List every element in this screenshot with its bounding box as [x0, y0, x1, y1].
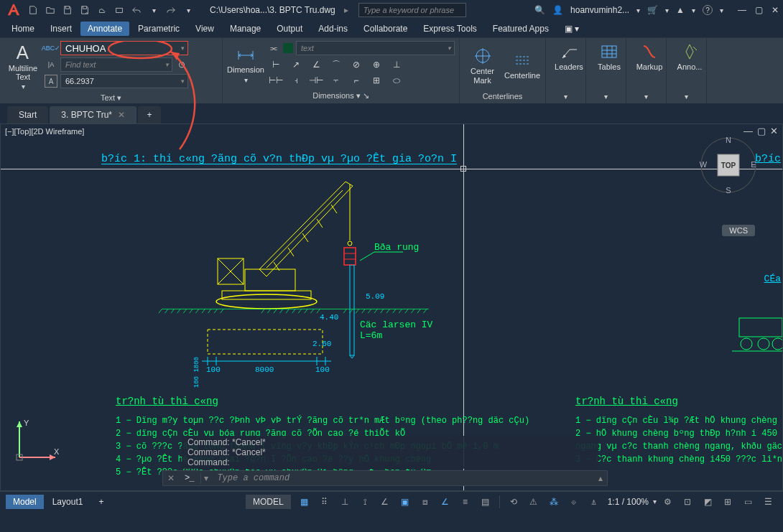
qat-saveas-icon[interactable]	[78, 3, 92, 17]
dim-diameter-icon[interactable]: ⊕	[368, 57, 385, 72]
text-style-dropdown[interactable]: CHUHOA	[60, 41, 188, 55]
qat-redo-dd[interactable]: ▾	[181, 3, 195, 17]
user-icon[interactable]: 👤	[552, 5, 563, 15]
polar-icon[interactable]: ⟟	[356, 494, 374, 510]
cleanscreen-icon[interactable]: ▭	[738, 494, 757, 510]
menu-output[interactable]: Output	[269, 22, 310, 36]
anno-scale-button[interactable]: Anno...	[671, 41, 708, 73]
dim-aligned-icon[interactable]: ↗	[287, 57, 305, 72]
viewcube[interactable]: N E S W TOP	[696, 133, 761, 200]
menu-manage[interactable]: Manage	[223, 22, 268, 36]
sc-cycle-icon[interactable]: ⟲	[504, 494, 523, 510]
customize-icon[interactable]: ☰	[759, 494, 777, 510]
anno-scale-icon[interactable]: ⍋	[585, 494, 603, 510]
dim-ordinate-icon[interactable]: ⊥	[388, 57, 405, 72]
dim-style-dropdown[interactable]: text	[296, 41, 455, 55]
3dosnap-icon[interactable]: ⧈	[416, 494, 435, 510]
menu-more-icon[interactable]: ▣ ▾	[557, 22, 586, 36]
workspace-icon[interactable]: ⚙	[658, 494, 677, 510]
status-tab-layout1[interactable]: Layout1	[45, 495, 91, 509]
qat-redo-icon[interactable]	[164, 3, 178, 17]
anno-auto-icon[interactable]: ⟐	[565, 494, 583, 510]
tables-button[interactable]: Tables	[590, 41, 628, 73]
dim-arc-icon[interactable]: ⌒	[328, 57, 345, 72]
snap-icon[interactable]: ⠿	[315, 494, 334, 510]
tab-start[interactable]: Start	[7, 106, 48, 123]
otrack-icon[interactable]: ∠	[436, 494, 455, 510]
viewport-label[interactable]: [−][Top][2D Wireframe]	[5, 127, 84, 136]
dim-linear-icon[interactable]: ⊢	[267, 57, 284, 72]
menu-express[interactable]: Express Tools	[416, 22, 483, 36]
dim-angular-icon[interactable]: ∠	[307, 57, 325, 72]
grid-icon[interactable]: ▦	[295, 494, 314, 510]
ortho-icon[interactable]: ⊥	[335, 494, 354, 510]
menu-annotate[interactable]: Annotate	[80, 22, 129, 36]
spellcheck-icon[interactable]: ABC✓	[45, 42, 57, 55]
height-icon[interactable]: A	[45, 75, 57, 88]
help-icon[interactable]: ?	[703, 5, 713, 15]
dim-continue-icon[interactable]: ⊢⊢	[267, 73, 284, 88]
status-tab-add-icon[interactable]: +	[91, 495, 111, 509]
vp-close-icon[interactable]: ✕	[770, 126, 778, 136]
find-go-icon[interactable]: ⊙	[175, 58, 188, 71]
centerline-button[interactable]: Centerline	[504, 41, 541, 90]
dim-style-icon[interactable]: ⫘	[267, 42, 280, 55]
markup-button[interactable]: Markup	[631, 41, 668, 73]
transparency-icon[interactable]: ▤	[476, 494, 495, 510]
tab-close-icon[interactable]: ✕	[118, 110, 125, 120]
panel-leaders-dd[interactable]: ▾	[550, 91, 581, 102]
app-icon[interactable]: ▲	[676, 5, 685, 15]
panel-dim-title[interactable]: Dimensions ▾ ↘	[227, 90, 455, 102]
command-input[interactable]: Type a command	[211, 473, 594, 483]
menu-home[interactable]: Home	[4, 22, 42, 36]
cmd-recent-icon[interactable]: ▴	[594, 473, 607, 483]
qat-plot-icon[interactable]	[112, 3, 126, 17]
drawing-canvas[interactable]: [−][Top][2D Wireframe] — ▢ ✕ N E S W TOP…	[0, 123, 783, 491]
path-dropdown-icon[interactable]: ▸	[344, 5, 348, 15]
anno-vis-icon[interactable]: ⁂	[545, 494, 563, 510]
panel-anno-dd[interactable]: ▾	[671, 91, 702, 102]
scale-readout[interactable]: 1:1 / 100%	[605, 497, 652, 507]
monitor-icon[interactable]: ⊡	[678, 494, 697, 510]
lineweight-icon[interactable]: ≡	[456, 494, 475, 510]
qat-save-icon[interactable]	[60, 3, 75, 17]
user-dd[interactable]: ▾	[636, 6, 640, 14]
osnap-icon[interactable]: ▣	[396, 494, 414, 510]
wcs-badge[interactable]: WCS	[722, 225, 755, 236]
dimension-button[interactable]: Dimension ▾	[227, 41, 264, 90]
menu-parametric[interactable]: Parametric	[131, 22, 187, 36]
qat-new-icon[interactable]	[26, 3, 40, 17]
menu-featured[interactable]: Featured Apps	[486, 22, 556, 36]
find-text-input[interactable]: Find text	[60, 57, 172, 72]
user-name[interactable]: hoanvuminh2...	[570, 5, 629, 15]
isolate-icon[interactable]: ⊞	[718, 494, 737, 510]
modelspace-badge[interactable]: MODEL	[246, 495, 291, 509]
text-height-dropdown[interactable]: 66.2937	[60, 74, 188, 88]
maximize-icon[interactable]: ▢	[755, 5, 763, 15]
tab-new-icon[interactable]: +	[138, 106, 161, 123]
cmd-x-icon[interactable]: ✕	[163, 473, 179, 483]
isoplane-icon[interactable]: ∠	[376, 494, 394, 510]
help-search[interactable]: Type a keyword or phrase	[358, 3, 466, 17]
menu-collaborate[interactable]: Collaborate	[356, 22, 414, 36]
tab-file[interactable]: 3. BPTC Tru* ✕	[50, 106, 136, 123]
qat-undo-dd[interactable]: ▾	[147, 3, 161, 17]
qat-undo-icon[interactable]	[129, 3, 144, 17]
anno-monitor-icon[interactable]: ⚠	[524, 494, 543, 510]
panel-text-title[interactable]: Text ▾	[4, 92, 218, 104]
panel-markup-dd[interactable]: ▾	[631, 91, 662, 102]
dim-baseline-icon[interactable]: ⫞	[287, 73, 305, 88]
menu-view[interactable]: View	[188, 22, 221, 36]
status-tab-model[interactable]: Model	[6, 495, 44, 509]
find-icon[interactable]: |A	[45, 58, 57, 71]
center-mark-button[interactable]: Center Mark	[464, 41, 501, 90]
dim-break-icon[interactable]: ⊣⊢	[307, 73, 325, 88]
ucs-icon[interactable]: Y X	[12, 414, 62, 465]
qat-cloud-icon[interactable]	[95, 3, 109, 17]
multiline-text-button[interactable]: A Multiline Text ▾	[4, 41, 42, 92]
dim-inspect-icon[interactable]: ⬭	[388, 73, 405, 88]
dim-radius-icon[interactable]: ⊘	[348, 57, 365, 72]
dim-jog-icon[interactable]: ⌐	[348, 73, 365, 88]
panel-tables-dd[interactable]: ▾	[590, 91, 621, 102]
command-line[interactable]: ✕ >_ ▾ Type a command ▴	[162, 470, 608, 486]
